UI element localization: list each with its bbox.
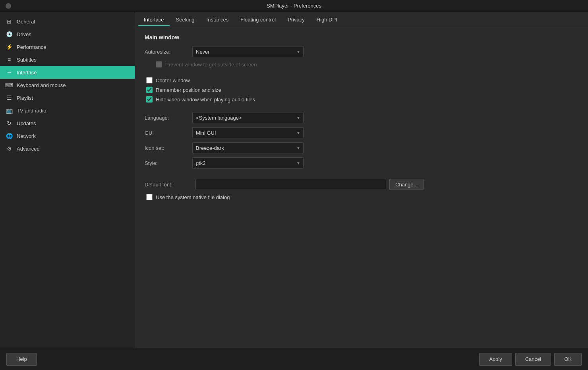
tv-radio-icon: 📺	[6, 107, 13, 114]
sidebar-item-tv-radio[interactable]: 📺TV and radio	[0, 104, 135, 117]
prevent-window-row: Prevent window to get outside of screen	[145, 61, 578, 68]
window-title: SMPlayer - Preferences	[267, 3, 321, 9]
hide-video-checkbox[interactable]	[146, 96, 153, 103]
section-title: Main window	[145, 34, 578, 41]
autoresize-label: Autoresize:	[145, 49, 192, 55]
close-button[interactable]	[6, 3, 11, 9]
sidebar-item-label-tv-radio: TV and radio	[17, 108, 46, 114]
icon-set-row: Icon set: Breeze-dark Default Breeze ▼	[145, 142, 578, 153]
sidebar-item-label-keyboard: Keyboard and mouse	[17, 82, 66, 88]
sidebar-item-general[interactable]: ⊞General	[0, 15, 135, 28]
subtitles-icon: ≡	[6, 56, 13, 63]
remember-position-checkbox[interactable]	[146, 87, 153, 93]
bottom-bar: Help Apply Cancel OK	[0, 348, 588, 370]
gui-select-wrap: Mini GUI Default GUI Compact GUI ▼	[192, 127, 304, 138]
gui-label: GUI	[145, 130, 192, 136]
style-select-wrap: gtk2 Fusion Windows ▼	[192, 157, 304, 169]
sidebar-item-drives[interactable]: 💿Drives	[0, 28, 135, 41]
performance-icon: ⚡	[6, 43, 13, 50]
tab-seeking[interactable]: Seeking	[170, 14, 200, 26]
playlist-icon: ☰	[6, 94, 13, 101]
drives-icon: 💿	[6, 31, 13, 38]
center-window-row: Center window	[145, 77, 578, 83]
sidebar-item-label-drives: Drives	[17, 31, 31, 37]
system-native-checkbox[interactable]	[146, 194, 153, 200]
sidebar-item-label-advanced: Advanced	[17, 146, 40, 152]
network-icon: 🌐	[6, 132, 13, 139]
default-font-row: Default font: Change...	[145, 179, 578, 190]
prevent-window-checkbox[interactable]	[156, 61, 162, 68]
gui-row: GUI Mini GUI Default GUI Compact GUI ▼	[145, 127, 578, 138]
tab-privacy[interactable]: Privacy	[282, 14, 310, 26]
sidebar-item-network[interactable]: 🌐Network	[0, 130, 135, 142]
sidebar-item-subtitles[interactable]: ≡Subtitles	[0, 53, 135, 66]
sidebar-item-label-performance: Performance	[17, 44, 46, 50]
tab-floating-control[interactable]: Floating control	[235, 14, 281, 26]
style-select[interactable]: gtk2 Fusion Windows	[192, 157, 304, 169]
autoresize-select[interactable]: Never Always On video start	[192, 46, 304, 57]
system-native-row: Use the system native file dialog	[145, 194, 578, 200]
tab-instances[interactable]: Instances	[201, 14, 234, 26]
sidebar-item-label-updates: Updates	[17, 120, 36, 126]
hide-video-row: Hide video window when playing audio fil…	[145, 96, 578, 103]
sidebar-item-keyboard[interactable]: ⌨Keyboard and mouse	[0, 79, 135, 91]
sidebar-item-playlist[interactable]: ☰Playlist	[0, 91, 135, 104]
system-native-label: Use the system native file dialog	[156, 194, 230, 200]
autoresize-select-wrap: Never Always On video start ▼	[192, 46, 304, 57]
sidebar: ⊞General💿Drives⚡Performance≡Subtitles↔In…	[0, 12, 135, 348]
interface-icon: ↔	[6, 69, 13, 76]
default-font-label: Default font:	[145, 182, 192, 188]
updates-icon: ↻	[6, 120, 13, 127]
sidebar-item-performance[interactable]: ⚡Performance	[0, 41, 135, 53]
general-icon: ⊞	[6, 18, 13, 25]
sidebar-item-advanced[interactable]: ⚙Advanced	[0, 142, 135, 155]
tab-interface[interactable]: Interface	[138, 14, 170, 26]
ok-button[interactable]: OK	[554, 353, 582, 366]
style-label: Style:	[145, 160, 192, 166]
language-select-wrap: <System language> ▼	[192, 112, 304, 123]
sidebar-item-label-interface: Interface	[17, 70, 37, 76]
title-bar: SMPlayer - Preferences	[0, 0, 588, 12]
tabs-bar: InterfaceSeekingInstancesFloating contro…	[135, 12, 588, 26]
apply-button[interactable]: Apply	[479, 353, 512, 366]
bottom-left: Help	[6, 353, 37, 366]
icon-set-select-wrap: Breeze-dark Default Breeze ▼	[192, 142, 304, 153]
change-font-button[interactable]: Change...	[389, 179, 424, 190]
sidebar-item-interface[interactable]: ↔Interface	[0, 66, 135, 79]
remember-position-label: Remember position and size	[156, 87, 221, 93]
center-window-label: Center window	[156, 77, 190, 83]
icon-set-label: Icon set:	[145, 145, 192, 151]
autoresize-row: Autoresize: Never Always On video start …	[145, 46, 578, 57]
tab-content: Main window Autoresize: Never Always On …	[135, 26, 588, 348]
help-button[interactable]: Help	[6, 353, 37, 366]
tab-high-dpi[interactable]: High DPI	[311, 14, 343, 26]
icon-set-select[interactable]: Breeze-dark Default Breeze	[192, 142, 304, 153]
gui-select[interactable]: Mini GUI Default GUI Compact GUI	[192, 127, 304, 138]
content-area: InterfaceSeekingInstancesFloating contro…	[135, 12, 588, 348]
advanced-icon: ⚙	[6, 145, 13, 152]
language-row: Language: <System language> ▼	[145, 112, 578, 123]
remember-position-row: Remember position and size	[145, 87, 578, 93]
sidebar-item-label-subtitles: Subtitles	[17, 57, 37, 63]
hide-video-label: Hide video window when playing audio fil…	[156, 97, 255, 103]
language-select[interactable]: <System language>	[192, 112, 304, 123]
default-font-input[interactable]	[195, 179, 386, 190]
bottom-right: Apply Cancel OK	[479, 353, 582, 366]
center-window-checkbox[interactable]	[146, 77, 153, 83]
sidebar-item-label-playlist: Playlist	[17, 95, 33, 101]
sidebar-item-label-general: General	[17, 19, 35, 25]
cancel-button[interactable]: Cancel	[515, 353, 551, 366]
sidebar-item-updates[interactable]: ↻Updates	[0, 117, 135, 130]
language-label: Language:	[145, 115, 192, 121]
sidebar-item-label-network: Network	[17, 133, 36, 139]
prevent-window-label: Prevent window to get outside of screen	[165, 62, 257, 68]
keyboard-icon: ⌨	[6, 81, 13, 89]
style-row: Style: gtk2 Fusion Windows ▼	[145, 157, 578, 169]
